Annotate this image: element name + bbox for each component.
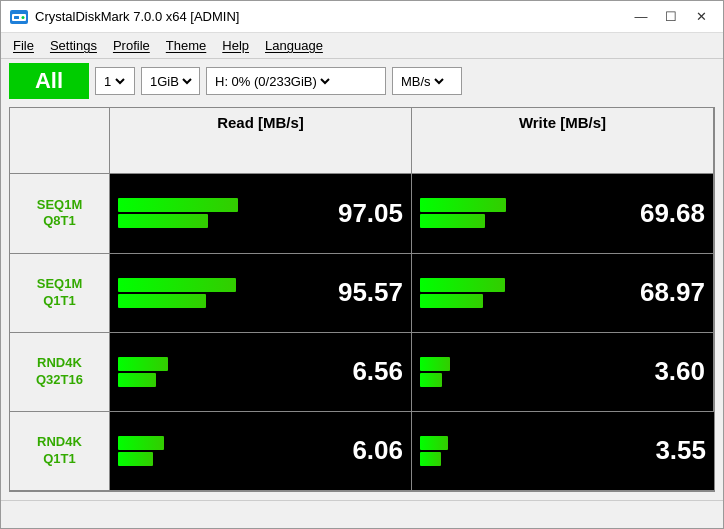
write-value-1: 68.97 [640,277,705,308]
read-bar2-0 [118,214,208,228]
read-bar1-0 [118,198,238,212]
read-value-0: 97.05 [338,198,403,229]
read-value-2: 6.56 [352,356,403,387]
read-cell-2: 6.56 [110,333,412,412]
all-button[interactable]: All [9,63,89,99]
write-bars-0 [420,198,506,228]
write-bar1-0 [420,198,506,212]
write-bars-1 [420,278,505,308]
read-cell-0: 97.05 [110,174,412,253]
results-table: Read [MB/s] Write [MB/s] SEQ1MQ8T1 97.05… [9,107,715,492]
header-write: Write [MB/s] [412,108,714,174]
write-bar2-3 [420,452,441,466]
menu-profile[interactable]: Profile [105,36,158,55]
count-select-box[interactable]: 1 3 5 [95,67,135,95]
toolbar: All 1 3 5 1GiB 2GiB 4GiB H: 0% (0/233GiB… [1,59,723,103]
count-select[interactable]: 1 3 5 [100,73,128,90]
write-bar2-2 [420,373,442,387]
title-bar: CrystalDiskMark 7.0.0 x64 [ADMIN] — ☐ ✕ [1,1,723,33]
write-cell-1: 68.97 [412,254,714,333]
main-window: CrystalDiskMark 7.0.0 x64 [ADMIN] — ☐ ✕ … [0,0,724,529]
read-bar2-1 [118,294,206,308]
write-bars-3 [420,436,448,466]
menu-theme[interactable]: Theme [158,36,214,55]
menu-help[interactable]: Help [214,36,257,55]
row-label-0: SEQ1MQ8T1 [10,174,110,253]
drive-select-box[interactable]: H: 0% (0/233GiB) [206,67,386,95]
write-bars-2 [420,357,450,387]
menu-bar: File Settings Profile Theme Help Languag… [1,33,723,59]
write-bar1-1 [420,278,505,292]
read-bar2-2 [118,373,156,387]
window-title: CrystalDiskMark 7.0.0 x64 [ADMIN] [35,9,627,24]
window-controls: — ☐ ✕ [627,6,715,28]
row-label-3: RND4KQ1T1 [10,412,110,491]
write-value-3: 3.55 [655,435,706,466]
minimize-button[interactable]: — [627,6,655,28]
status-bar [1,500,723,528]
write-bar1-3 [420,436,448,450]
read-value-3: 6.06 [352,435,403,466]
menu-settings[interactable]: Settings [42,36,105,55]
maximize-button[interactable]: ☐ [657,6,685,28]
read-bar1-2 [118,357,168,371]
read-cell-3: 6.06 [110,412,412,491]
menu-language[interactable]: Language [257,36,331,55]
close-button[interactable]: ✕ [687,6,715,28]
write-cell-2: 3.60 [412,333,714,412]
unit-select-box[interactable]: MB/s GB/s [392,67,462,95]
read-bar2-3 [118,452,153,466]
svg-point-3 [22,16,25,19]
read-bars-2 [118,357,168,387]
write-value-2: 3.60 [654,356,705,387]
read-bar1-1 [118,278,236,292]
write-bar2-1 [420,294,483,308]
write-cell-3: 3.55 [412,412,714,491]
main-content: Read [MB/s] Write [MB/s] SEQ1MQ8T1 97.05… [1,103,723,500]
header-empty-cell [10,108,110,174]
read-bar1-3 [118,436,164,450]
size-select[interactable]: 1GiB 2GiB 4GiB [146,73,195,90]
read-bars-3 [118,436,164,466]
unit-select[interactable]: MB/s GB/s [397,73,447,90]
svg-rect-2 [14,16,19,19]
row-label-1: SEQ1MQ1T1 [10,254,110,333]
header-read: Read [MB/s] [110,108,412,174]
row-label-2: RND4KQ32T16 [10,333,110,412]
write-cell-0: 69.68 [412,174,714,253]
app-icon [9,7,29,27]
write-bar1-2 [420,357,450,371]
drive-select[interactable]: H: 0% (0/233GiB) [211,73,333,90]
read-cell-1: 95.57 [110,254,412,333]
write-bar2-0 [420,214,485,228]
read-value-1: 95.57 [338,277,403,308]
read-bars-0 [118,198,238,228]
read-bars-1 [118,278,236,308]
size-select-box[interactable]: 1GiB 2GiB 4GiB [141,67,200,95]
menu-file[interactable]: File [5,36,42,55]
write-value-0: 69.68 [640,198,705,229]
